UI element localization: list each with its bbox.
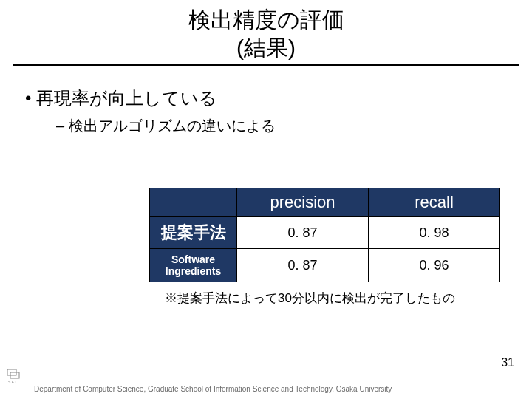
body: • 再現率が向上している – 検出アルゴリズムの違いによる precision … <box>0 66 532 307</box>
cell-proposed-recall: 0. 98 <box>369 217 500 249</box>
row-header-proposed: 提案手法 <box>150 217 237 249</box>
page-number: 31 <box>501 356 514 369</box>
cell-si-recall: 0. 96 <box>369 249 500 282</box>
table-row: Software Ingredients 0. 87 0. 96 <box>150 249 500 282</box>
footer-text: Department of Computer Science, Graduate… <box>34 385 392 393</box>
slide-title-line1: 検出精度の評価 <box>13 6 519 34</box>
cell-si-precision: 0. 87 <box>237 249 369 282</box>
row-header-si-l1: Software <box>171 253 215 265</box>
svg-text:S E L: S E L <box>8 380 17 384</box>
table-row: 提案手法 0. 87 0. 98 <box>150 217 500 249</box>
table-header-row: precision recall <box>150 188 500 217</box>
table-corner <box>150 188 237 217</box>
bullet-level2: – 検出アルゴリズムの違いによる <box>56 116 507 136</box>
cell-proposed-precision: 0. 87 <box>237 217 369 249</box>
row-header-software-ingredients: Software Ingredients <box>150 249 237 282</box>
title-block: 検出精度の評価 (結果) <box>13 0 519 66</box>
footnote: ※提案手法によって30分以内に検出が完了したもの <box>25 290 455 307</box>
slide: 検出精度の評価 (結果) • 再現率が向上している – 検出アルゴリズムの違いに… <box>0 0 532 399</box>
col-header-recall: recall <box>369 188 500 217</box>
col-header-precision: precision <box>237 188 369 217</box>
slide-title-line2: (結果) <box>13 34 519 62</box>
row-header-si-l2: Ingredients <box>166 265 221 277</box>
lab-logo-icon: S E L <box>6 368 28 386</box>
bullet-level1: • 再現率が向上している <box>25 86 507 110</box>
results-table-wrap: precision recall 提案手法 0. 87 0. 98 Softwa… <box>149 188 507 282</box>
results-table: precision recall 提案手法 0. 87 0. 98 Softwa… <box>149 188 500 282</box>
